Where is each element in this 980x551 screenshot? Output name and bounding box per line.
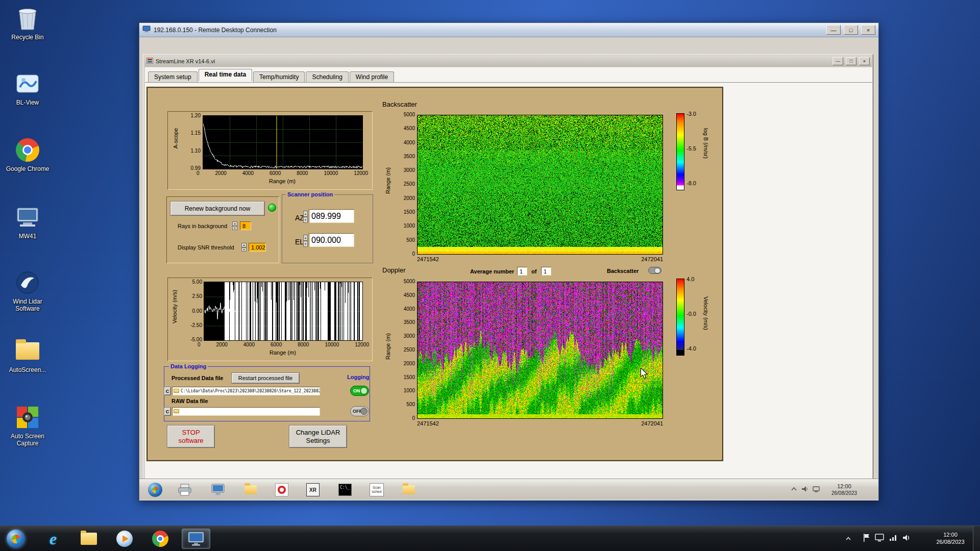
- raw-path-field[interactable]: [172, 407, 320, 416]
- recycle-bin-icon: [14, 5, 41, 32]
- on-toggle-label: ON: [353, 388, 360, 393]
- background-status-led: [268, 204, 276, 212]
- processed-path-field[interactable]: C:\Lidar\Data\Proc\2023\202308\20230826\…: [172, 387, 320, 395]
- explorer-folder-icon[interactable]: [401, 482, 417, 498]
- change-lidar-settings-button[interactable]: Change LiDAR Settings: [289, 425, 347, 448]
- network-icon: [889, 534, 898, 542]
- taskbar-explorer-button[interactable]: [76, 529, 102, 549]
- app-minimize-button[interactable]: —: [832, 57, 843, 65]
- tick-label: 8000: [298, 342, 309, 347]
- taskbar-wmp-button[interactable]: [111, 529, 138, 549]
- tab-temp-humidity[interactable]: Temp/humidity: [253, 71, 305, 82]
- desktop-icon-label: AutoScreen...: [3, 366, 52, 373]
- tab-system-setup[interactable]: System setup: [148, 71, 198, 82]
- rays-value-field[interactable]: 8: [240, 221, 251, 230]
- el-value-field[interactable]: 090.000: [309, 233, 354, 247]
- renew-background-button[interactable]: Renew background now: [170, 201, 265, 216]
- az-value-field[interactable]: 089.999: [309, 209, 354, 223]
- desktop-icon-autoscreen-folder[interactable]: AutoScreen...: [3, 338, 52, 373]
- stop-software-button[interactable]: STOP software: [167, 425, 215, 448]
- processed-logging-toggle[interactable]: ON: [350, 386, 369, 396]
- rdp-titlebar[interactable]: 192.168.0.150 - Remote Desktop Connectio…: [139, 23, 878, 37]
- desktop-icon-recycle-bin[interactable]: Recycle Bin: [3, 5, 52, 41]
- show-desktop-button[interactable]: [973, 526, 980, 551]
- display-settings-icon[interactable]: [210, 482, 226, 498]
- browse-folder-icon[interactable]: [174, 409, 179, 413]
- tick-label: 3000: [404, 333, 415, 339]
- snr-spinner[interactable]: ▲▼: [241, 243, 247, 252]
- app-restore-button[interactable]: □: [846, 57, 856, 65]
- backscatter-x-ticks: 2471542 2472041: [417, 256, 663, 262]
- desktop-icon-auto-screen-capture[interactable]: Auto Screen Capture: [3, 404, 52, 447]
- chrome-icon: [152, 531, 168, 547]
- rdp-clock[interactable]: 12:00 26/08/2023: [826, 483, 863, 497]
- processed-drive-button[interactable]: C: [164, 387, 171, 395]
- az-spinner[interactable]: ▲▼: [303, 211, 308, 223]
- ascope-y-label: A-scope: [173, 128, 179, 148]
- doppler-title: Doppler: [382, 266, 406, 274]
- ascope-x-label: Range (m): [203, 178, 362, 184]
- tray-icons[interactable]: [863, 533, 911, 542]
- desktop-icon-mw41[interactable]: MW41: [3, 204, 52, 240]
- raw-drive-button[interactable]: C: [164, 407, 171, 416]
- rdp-session-icon: [875, 534, 884, 542]
- restart-processed-file-button[interactable]: Restart processed file: [231, 372, 300, 384]
- taskbar-chrome-button[interactable]: [147, 529, 174, 549]
- host-clock[interactable]: 12:00 26/08/2023: [930, 531, 971, 545]
- rdp-start-button[interactable]: [147, 482, 163, 498]
- toggle-knob: [360, 408, 368, 415]
- tray-chevron-icon[interactable]: [845, 535, 852, 542]
- taskbar-ie-button[interactable]: e: [40, 529, 66, 549]
- tick-label: 3500: [404, 319, 415, 325]
- tick-label: 8000: [297, 170, 308, 176]
- app-titlebar[interactable]: StreamLine XR v14-6.vi — □ ×: [144, 56, 872, 67]
- tab-wind-profile[interactable]: Wind profile: [350, 71, 394, 82]
- printer-icon[interactable]: [177, 482, 193, 498]
- doppler-y-label: Range (m): [385, 333, 391, 360]
- wind-lidar-icon: [14, 269, 41, 296]
- tick-label: 3000: [404, 167, 415, 173]
- tick-label: 6000: [271, 342, 282, 347]
- scan-scheduler-icon[interactable]: Scan sched: [369, 482, 385, 498]
- backscatter-toggle[interactable]: [648, 267, 662, 274]
- average-number-field[interactable]: 1: [517, 267, 527, 276]
- desktop-icon-bl-view[interactable]: BL-View: [3, 70, 52, 106]
- tick-label: 5000: [404, 279, 415, 284]
- tick-label: 0.00: [192, 308, 202, 314]
- rays-spinner[interactable]: ▲▼: [232, 221, 237, 230]
- stop-line1: STOP: [182, 429, 200, 437]
- folder-icon: [14, 338, 41, 364]
- rdp-minimize-button[interactable]: —: [826, 25, 841, 35]
- tab-scheduling[interactable]: Scheduling: [306, 71, 348, 82]
- tick-label: 2000: [404, 361, 415, 366]
- xr-app-icon[interactable]: XR: [305, 482, 321, 498]
- start-button[interactable]: [4, 529, 28, 549]
- folder-icon[interactable]: [242, 482, 259, 498]
- raw-logging-toggle[interactable]: OFF: [350, 406, 369, 416]
- rdp-maximize-button[interactable]: □: [844, 25, 858, 35]
- tick-label: 5000: [404, 112, 415, 117]
- of-value-field[interactable]: 1: [541, 267, 551, 276]
- desktop-icon-google-chrome[interactable]: Google Chrome: [3, 137, 52, 172]
- doppler-cb-tick-top: 4.0: [687, 276, 694, 282]
- desktop-icon-wind-lidar[interactable]: Wind Lidar Software: [3, 269, 52, 312]
- browse-folder-icon[interactable]: [174, 389, 179, 393]
- rdp-tray-icons[interactable]: [791, 486, 820, 492]
- desktop-icon-label: Google Chrome: [3, 165, 52, 172]
- explorer-folder-icon: [81, 533, 97, 545]
- stop-app-icon[interactable]: [274, 482, 290, 498]
- taskbar-rdp-button[interactable]: [182, 529, 210, 549]
- el-label: EL: [295, 238, 304, 246]
- rdp-close-button[interactable]: ×: [861, 25, 875, 35]
- terminal-icon[interactable]: C:\_: [337, 482, 353, 498]
- host-clock-date: 26/08/2023: [930, 538, 971, 545]
- mouse-cursor: [640, 368, 649, 382]
- snr-value-field[interactable]: 1.002: [249, 243, 266, 252]
- tick-label: 1000: [404, 223, 415, 229]
- el-spinner[interactable]: ▲▼: [303, 235, 308, 247]
- tab-real-time-data[interactable]: Real time data: [199, 69, 252, 81]
- desktop-icon-label: MW41: [3, 233, 52, 240]
- desktop-icon-label: Auto Screen Capture: [3, 433, 52, 447]
- app-close-button[interactable]: ×: [859, 57, 870, 65]
- of-label: of: [531, 268, 536, 274]
